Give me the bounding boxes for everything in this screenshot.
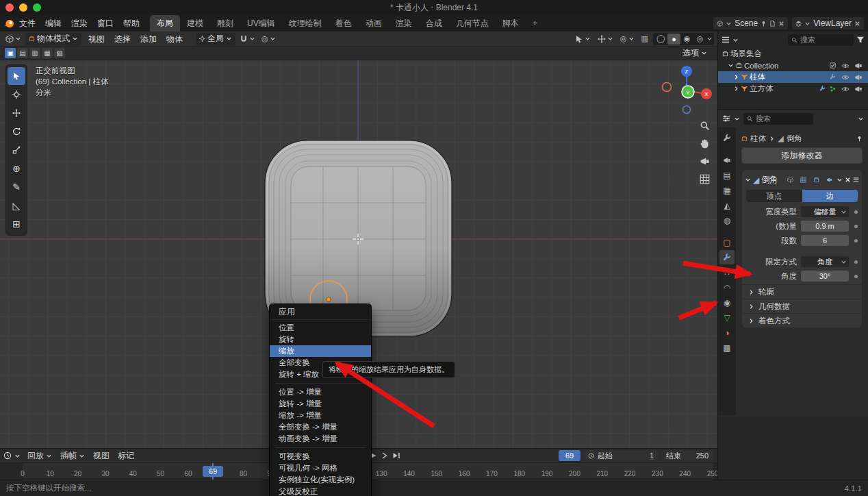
outliner-editor-icon[interactable] <box>722 36 730 44</box>
jump-to-end-button[interactable] <box>392 451 400 460</box>
minimize-window-button[interactable] <box>19 3 27 12</box>
tool-rotate[interactable] <box>8 123 25 140</box>
timeline-editor-icon[interactable] <box>3 451 12 460</box>
unlink-scene-icon[interactable] <box>778 21 784 27</box>
navigation-gizmo[interactable]: Z X Y <box>656 62 717 121</box>
disable-in-render-icon[interactable] <box>854 73 863 82</box>
outliner-row-Collection[interactable]: Collection <box>718 60 868 71</box>
blender-logo-icon[interactable] <box>4 18 14 29</box>
timeline-menu-回放[interactable]: 回放 <box>23 449 56 462</box>
workspace-tab-雕刻[interactable]: 雕刻 <box>210 15 240 32</box>
select-mode-subtract[interactable]: ▥ <box>29 48 40 58</box>
snap-toggle[interactable] <box>238 33 257 45</box>
menu-item-位置[interactable]: 位置 <box>270 322 371 334</box>
scene-selector[interactable]: Scene <box>713 17 788 29</box>
properties-tab-modifiers[interactable] <box>719 250 735 264</box>
extras-menu-icon[interactable] <box>853 177 859 183</box>
workspace-tab-建模[interactable]: 建模 <box>180 15 210 32</box>
workspace-tab-着色[interactable]: 着色 <box>329 15 359 32</box>
toggle-ortho-button[interactable] <box>697 171 712 186</box>
dropdown-宽度类型[interactable]: 偏移量 <box>801 206 849 217</box>
properties-tab-render[interactable] <box>719 153 735 167</box>
outliner-row-立方体[interactable]: 立方体 <box>718 83 868 95</box>
tool-measure[interactable]: ◺ <box>8 197 25 214</box>
dropdown-限定方式[interactable]: 角度 <box>801 256 849 267</box>
section-几何数据[interactable]: 几何数据 <box>742 299 862 313</box>
camera-view-button[interactable] <box>697 153 712 169</box>
properties-tab-texture[interactable]: ▩ <box>719 340 735 355</box>
proportional-editing-toggle[interactable]: ◎ <box>259 33 278 45</box>
show-in-editmode-toggle[interactable] <box>797 175 808 186</box>
viewport-menu-物体[interactable]: 物体 <box>162 33 188 45</box>
animate-dot[interactable] <box>854 239 858 243</box>
frame-end-field[interactable]: 结束 250 <box>661 450 713 461</box>
properties-tab-output[interactable]: ▤ <box>719 168 735 182</box>
topbar-menu-渲染[interactable]: 渲染 <box>66 16 92 30</box>
filter-icon[interactable] <box>856 36 865 44</box>
add-modifier-button[interactable]: 添加修改器 <box>741 147 863 164</box>
menu-item-旋转 -> 增量[interactable]: 旋转 -> 增量 <box>270 398 371 410</box>
topbar-menu-文件[interactable]: 文件 <box>14 16 40 30</box>
select-mode-invert[interactable]: ▦ <box>42 48 53 58</box>
select-mode-set[interactable]: ▣ <box>5 48 16 58</box>
checkbox-icon[interactable] <box>830 62 836 69</box>
tool-annotate[interactable]: ✎ <box>8 178 25 196</box>
menu-item-动画变换 -> 增量[interactable]: 动画变换 -> 增量 <box>270 433 371 445</box>
workspace-tab-布局[interactable]: 布局 <box>150 15 180 32</box>
xray-toggle[interactable]: ▥ <box>639 33 650 45</box>
outliner-search-input[interactable]: 搜索 <box>788 34 854 46</box>
transform-orientation-dropdown[interactable]: 全局 <box>196 33 235 45</box>
menu-item-父级反校正[interactable]: 父级反校正 <box>270 486 371 496</box>
select-mode-extend[interactable]: ▤ <box>17 48 28 58</box>
workspace-tab-纹理绘制[interactable]: 纹理绘制 <box>282 15 329 32</box>
menu-item-缩放[interactable]: 缩放 <box>270 345 371 357</box>
disable-in-render-icon[interactable] <box>854 85 863 93</box>
hide-in-viewport-icon[interactable] <box>841 62 850 70</box>
collapse-chevron-icon[interactable] <box>745 177 751 183</box>
workspace-tab-动画[interactable]: 动画 <box>359 15 389 32</box>
shading-solid-button[interactable]: ● <box>667 34 680 45</box>
menu-item-旋转[interactable]: 旋转 <box>270 334 371 345</box>
properties-tab-scene[interactable]: ◭ <box>719 198 735 212</box>
show-render-toggle[interactable] <box>824 175 834 186</box>
outliner-row-柱体[interactable]: 柱体 <box>718 71 868 83</box>
close-icon[interactable] <box>845 177 851 183</box>
properties-tab-material[interactable]: ◑ <box>719 325 735 340</box>
workspace-tab-渲染[interactable]: 渲染 <box>389 15 419 32</box>
number-field-段数[interactable]: 6 <box>801 235 849 246</box>
topbar-menu-窗口[interactable]: 窗口 <box>92 16 118 30</box>
close-window-button[interactable] <box>5 3 14 12</box>
playhead-frame-label[interactable]: 69 <box>203 466 223 477</box>
breadcrumb-modifier[interactable]: 倒角 <box>787 134 802 144</box>
mode-dropdown[interactable]: 物体模式 <box>25 33 81 45</box>
properties-search-input[interactable]: 搜索 <box>743 113 813 125</box>
workspace-tab-UV编辑[interactable]: UV编辑 <box>240 15 282 32</box>
modifier-name[interactable]: 倒角 <box>761 174 778 186</box>
animate-dot[interactable] <box>854 275 858 278</box>
properties-tab-data[interactable]: ▽ <box>719 310 735 325</box>
properties-tab-view-layer[interactable]: ▦ <box>719 183 735 197</box>
tool-tweak-select[interactable] <box>8 67 25 85</box>
pin-icon[interactable] <box>856 136 863 142</box>
gizmo-minus-x[interactable] <box>663 83 672 92</box>
zoom-window-button[interactable] <box>33 3 41 12</box>
overlays-dropdown[interactable]: ◎ <box>618 33 637 45</box>
chevron-down-icon[interactable] <box>858 116 864 122</box>
new-scene-icon[interactable] <box>769 21 776 27</box>
menu-item-缩放 -> 增量[interactable]: 缩放 -> 增量 <box>270 410 371 421</box>
properties-tab-physics[interactable]: ◠ <box>719 280 735 295</box>
menu-item-实例独立化(实现实例)[interactable]: 实例独立化(实现实例) <box>270 474 371 486</box>
number-field-角度[interactable]: 30° <box>801 271 849 282</box>
hide-in-viewport-icon[interactable] <box>841 73 850 82</box>
timeline-menu-插帧[interactable]: 插帧 <box>56 449 89 462</box>
properties-editor-icon[interactable] <box>722 114 730 123</box>
add-workspace-tab[interactable]: + <box>526 15 544 32</box>
wrench-icon[interactable] <box>830 74 836 80</box>
timeline-menu-标记[interactable]: 标记 <box>114 449 138 462</box>
shading-rendered-button[interactable]: ◎ <box>693 34 706 45</box>
shading-material-button[interactable]: ◉ <box>680 34 693 45</box>
chevron-down-icon[interactable] <box>837 177 843 183</box>
options-dropdown[interactable]: 选项 <box>682 47 707 59</box>
bevel-tab-边[interactable]: 边 <box>802 190 858 202</box>
topbar-menu-编辑[interactable]: 编辑 <box>40 16 66 30</box>
